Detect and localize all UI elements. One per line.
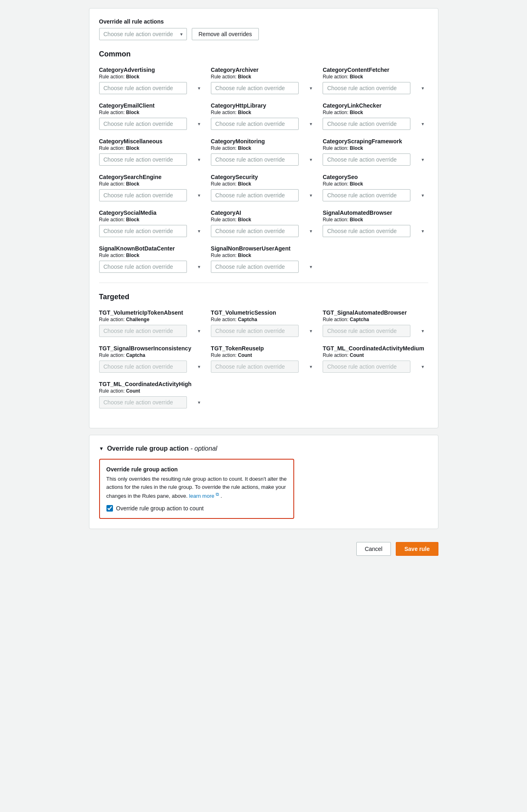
chevron-down-icon: ▼	[421, 229, 425, 233]
rule-action: Rule action: Captcha	[99, 352, 204, 358]
rule-item: SignalNonBrowserUserAgent Rule action: B…	[211, 245, 316, 273]
rule-action-select[interactable]: Choose rule action override	[211, 325, 299, 337]
rule-action-select[interactable]: Choose rule action override	[99, 396, 187, 408]
rule-action-select[interactable]: Choose rule action override	[323, 325, 410, 337]
rule-item: CategoryHttpLibrary Rule action: Block C…	[211, 102, 316, 130]
rule-action: Rule action: Block	[211, 110, 316, 115]
rule-select-wrapper: Choose rule action override ▼	[211, 361, 316, 373]
rule-action: Rule action: Challenge	[99, 317, 204, 322]
override-group-card: Override rule group action This only ove…	[99, 459, 294, 519]
chevron-down-icon: ▼	[197, 86, 201, 91]
override-group-section: ▼ Override rule group action - optional …	[89, 435, 438, 529]
rule-name: TGT_TokenReuseIp	[211, 345, 316, 352]
collapse-icon[interactable]: ▼	[99, 446, 104, 451]
rule-action-select[interactable]: Choose rule action override	[99, 361, 187, 373]
rule-action-select[interactable]: Choose rule action override	[323, 361, 410, 373]
save-rule-button[interactable]: Save rule	[396, 542, 438, 556]
override-group-checkbox[interactable]	[106, 505, 113, 512]
targeted-rules-grid: TGT_VolumetricIpTokenAbsent Rule action:…	[99, 309, 428, 408]
rule-item: TGT_ML_CoordinatedActivityHigh Rule acti…	[99, 381, 204, 408]
chevron-down-icon: ▼	[197, 400, 201, 405]
rule-name: CategoryArchiver	[211, 67, 316, 73]
rule-name: TGT_SignalBrowserInconsistency	[99, 345, 204, 352]
rule-action-select[interactable]: Choose rule action override	[99, 325, 187, 337]
external-link-icon: ⧉	[216, 492, 219, 497]
rule-select-wrapper: Choose rule action override ▼	[323, 361, 428, 373]
rule-name: CategoryLinkChecker	[323, 102, 428, 109]
common-section: Common CategoryAdvertising Rule action: …	[99, 50, 428, 273]
chevron-down-icon: ▼	[421, 329, 425, 333]
override-group-card-title: Override rule group action	[106, 466, 287, 473]
rule-action: Rule action: Block	[99, 145, 204, 151]
rule-select-wrapper: Choose rule action override ▼	[323, 153, 428, 166]
rule-item: CategorySeo Rule action: Block Choose ru…	[323, 174, 428, 201]
rule-action-select[interactable]: Choose rule action override	[211, 361, 299, 373]
rule-item: TGT_VolumetricIpTokenAbsent Rule action:…	[99, 309, 204, 337]
rule-item: TGT_TokenReuseIp Rule action: Count Choo…	[211, 345, 316, 373]
rule-action: Rule action: Block	[323, 217, 428, 222]
checkbox-row: Override rule group action to count	[106, 505, 287, 512]
rule-select-wrapper: Choose rule action override ▼	[211, 82, 316, 94]
rule-select-wrapper: Choose rule action override ▼	[211, 261, 316, 273]
rule-name: TGT_VolumetricIpTokenAbsent	[99, 309, 204, 316]
chevron-down-icon: ▼	[197, 229, 201, 233]
cancel-button[interactable]: Cancel	[356, 542, 391, 556]
chevron-down-icon: ▼	[421, 122, 425, 126]
rule-action-select[interactable]: Choose rule action override	[211, 153, 299, 166]
rule-select-wrapper: Choose rule action override ▼	[211, 153, 316, 166]
rule-action: Rule action: Block	[211, 253, 316, 258]
rule-item: CategoryArchiver Rule action: Block Choo…	[211, 67, 316, 94]
rule-name: TGT_SignalAutomatedBrowser	[323, 309, 428, 316]
rule-action: Rule action: Count	[99, 388, 204, 394]
rule-item: CategorySocialMedia Rule action: Block C…	[99, 209, 204, 237]
rule-action-select[interactable]: Choose rule action override	[323, 118, 410, 130]
chevron-down-icon: ▼	[197, 265, 201, 269]
rule-action: Rule action: Block	[211, 74, 316, 80]
rule-action-select[interactable]: Choose rule action override	[211, 189, 299, 201]
rule-name: CategoryMiscellaneous	[99, 138, 204, 145]
rule-action-select[interactable]: Choose rule action override	[323, 189, 410, 201]
chevron-down-icon: ▼	[421, 193, 425, 198]
rule-action-select[interactable]: Choose rule action override	[99, 82, 187, 94]
rule-item: TGT_VolumetricSession Rule action: Captc…	[211, 309, 316, 337]
chevron-down-icon: ▼	[197, 193, 201, 198]
rule-action-select[interactable]: Choose rule action override	[211, 261, 299, 273]
chevron-down-icon: ▼	[197, 365, 201, 369]
rule-action-select[interactable]: Choose rule action override	[99, 261, 187, 273]
rule-action-select[interactable]: Choose rule action override	[211, 225, 299, 237]
remove-all-overrides-button[interactable]: Remove all overrides	[192, 28, 259, 40]
rule-action-select[interactable]: Choose rule action override	[211, 118, 299, 130]
rule-action-select[interactable]: Choose rule action override	[99, 189, 187, 201]
rule-action: Rule action: Block	[99, 253, 204, 258]
rule-item: CategoryMonitoring Rule action: Block Ch…	[211, 138, 316, 166]
chevron-down-icon: ▼	[309, 193, 313, 198]
override-all-section: Override all rule actions Choose rule ac…	[99, 18, 428, 40]
rule-action: Rule action: Block	[211, 181, 316, 187]
rule-item: CategoryContentFetcher Rule action: Bloc…	[323, 67, 428, 94]
rule-name: CategoryMonitoring	[211, 138, 316, 145]
rule-select-wrapper: Choose rule action override ▼	[99, 82, 204, 94]
rule-action-select[interactable]: Choose rule action override	[211, 82, 299, 94]
rule-action-select[interactable]: Choose rule action override	[323, 225, 410, 237]
override-all-label: Override all rule actions	[99, 18, 428, 25]
override-all-select[interactable]: Choose rule action override	[99, 28, 187, 40]
chevron-down-icon: ▼	[309, 365, 313, 369]
learn-more-link[interactable]: learn more ⧉	[189, 493, 220, 499]
rule-action: Rule action: Captcha	[323, 317, 428, 322]
rule-action-select[interactable]: Choose rule action override	[323, 82, 410, 94]
rule-item: CategoryMiscellaneous Rule action: Block…	[99, 138, 204, 166]
targeted-section-title: Targeted	[99, 293, 428, 301]
chevron-down-icon: ▼	[309, 265, 313, 269]
rule-action: Rule action: Captcha	[211, 317, 316, 322]
common-section-title: Common	[99, 50, 428, 58]
rule-select-wrapper: Choose rule action override ▼	[323, 325, 428, 337]
rule-select-wrapper: Choose rule action override ▼	[211, 225, 316, 237]
chevron-down-icon: ▼	[309, 86, 313, 91]
rule-action: Rule action: Block	[323, 110, 428, 115]
rule-action-select[interactable]: Choose rule action override	[99, 225, 187, 237]
rule-name: CategorySearchEngine	[99, 174, 204, 180]
rule-action-select[interactable]: Choose rule action override	[323, 153, 410, 166]
rule-action: Rule action: Block	[99, 74, 204, 80]
rule-action-select[interactable]: Choose rule action override	[99, 153, 187, 166]
rule-action-select[interactable]: Choose rule action override	[99, 118, 187, 130]
